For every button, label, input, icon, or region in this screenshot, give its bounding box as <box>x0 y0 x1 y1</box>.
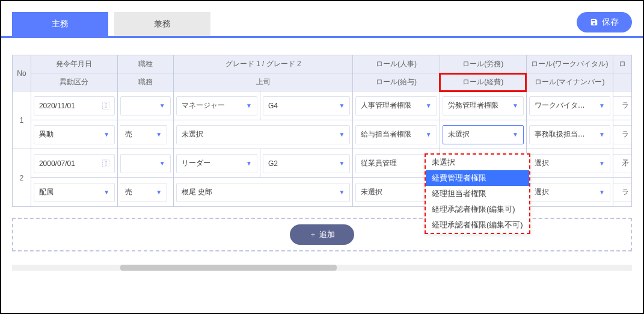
role-mynumber-select[interactable]: 選択▼ <box>529 183 610 202</box>
grade1-select-value: マネージャー <box>182 100 225 111</box>
role-salary-select-value: 給与担当者権限 <box>361 129 411 140</box>
chevron-down-icon: ▼ <box>159 160 165 167</box>
header-jobtype: 職種 <box>118 55 174 73</box>
tail-cell-top[interactable]: 矛 <box>613 154 631 173</box>
header-role-hr: ロール(人事) <box>353 55 440 73</box>
chevron-down-icon: ▼ <box>103 131 109 138</box>
role-expense-select[interactable]: 未選択▼ <box>443 125 524 144</box>
header-transfer-type: 異動区分 <box>31 73 117 91</box>
tail-cell-top[interactable]: ラ <box>613 96 631 115</box>
top-bar: 主務 兼務 保存 <box>12 12 632 36</box>
chevron-down-icon: ▼ <box>103 189 109 195</box>
date-field[interactable]: 2020/11/01🇮 <box>34 96 115 115</box>
role-salary-select[interactable]: 給与担当者権限▼ <box>355 125 437 144</box>
save-button[interactable]: 保存 <box>577 12 632 32</box>
role-workvital-select-value: ワークバイタ… <box>535 100 585 111</box>
jobduty-select[interactable]: 売▼ <box>120 125 167 144</box>
grade2-select-value: G4 <box>268 102 278 110</box>
superior-select[interactable]: 未選択▼ <box>176 125 351 144</box>
role-workvital-select-value: 選択 <box>535 158 549 168</box>
date-field-value: 2020/11/01 <box>39 102 75 110</box>
header-role-mynumber: ロール(マイナンバー) <box>526 73 613 91</box>
header-date: 発令年月日 <box>31 55 117 73</box>
superior-select[interactable]: 根尾 史郎▼ <box>176 183 351 202</box>
table-row: 配属▼売▼根尾 史郎▼未選択▼▼選択▼ラ <box>13 178 632 207</box>
grade2-select[interactable]: G2▼ <box>263 154 351 173</box>
header-role-salary: ロール(給与) <box>353 73 440 91</box>
tab-sub[interactable]: 兼務 <box>114 12 210 36</box>
grade1-select[interactable]: マネージャー▼ <box>176 96 257 115</box>
dropdown-option[interactable]: 経理承認者権限(編集不可) <box>426 217 529 233</box>
header-role-expense: ロール(経費) <box>440 73 526 91</box>
jobduty-select[interactable]: 売▼ <box>120 183 167 202</box>
tail-cell-bot[interactable]: ラ <box>613 183 631 202</box>
role-salary-select-value: 未選択 <box>361 187 382 197</box>
grade1-select-value: リーダー <box>182 158 210 168</box>
chevron-down-icon: ▼ <box>339 102 345 109</box>
tab-underline <box>1 36 643 38</box>
jobtype-select[interactable]: ▼ <box>120 154 171 173</box>
role-labor-select-value: 労務管理者権限 <box>448 100 498 111</box>
grade2-select[interactable]: G4▼ <box>263 96 351 115</box>
date-field-value: 2000/07/01 <box>39 159 75 168</box>
header-superior: 上司 <box>173 73 353 91</box>
header-tail-top: ロ <box>613 55 632 73</box>
role-labor-select[interactable]: 労務管理者権限▼ <box>443 96 524 115</box>
role-mynumber-select[interactable]: 事務取扱担当…▼ <box>529 125 610 144</box>
chevron-down-icon: ▼ <box>599 102 605 109</box>
row-no: 2 <box>13 149 31 207</box>
scrollbar-thumb[interactable] <box>120 265 337 271</box>
dropdown-option[interactable]: 経理担当者権限 <box>426 186 529 202</box>
dropdown-option[interactable]: 経理承認者権限(編集可) <box>426 202 529 217</box>
chevron-down-icon: ▼ <box>246 160 252 167</box>
role-mynumber-select-value: 事務取扱担当… <box>535 129 585 140</box>
date-field[interactable]: 2000/07/01🇮 <box>34 154 115 173</box>
transfer-type-select[interactable]: 配属▼ <box>34 183 115 202</box>
tabs: 主務 兼務 <box>12 12 210 36</box>
role-hr-select-value: 人事管理者権限 <box>361 100 411 111</box>
dropdown-option[interactable]: 未選択 <box>426 155 529 170</box>
chevron-down-icon: ▼ <box>339 131 345 138</box>
role-hr-select[interactable]: 人事管理者権限▼ <box>355 96 437 115</box>
chevron-down-icon: ▼ <box>512 131 518 138</box>
transfer-type-select-value: 異動 <box>39 129 54 140</box>
calendar-icon: 🇮 <box>102 159 109 168</box>
chevron-down-icon: ▼ <box>512 102 518 109</box>
header-jobduty: 職務 <box>118 73 174 91</box>
header-tail-bot <box>613 73 632 91</box>
jobtype-select[interactable]: ▼ <box>120 96 171 115</box>
role-expense-dropdown[interactable]: 未選択経費管理者権限経理担当者権限経理承認者権限(編集可)経理承認者権限(編集不… <box>425 153 530 234</box>
role-workvital-select[interactable]: ワークバイタ…▼ <box>529 96 610 115</box>
chevron-down-icon: ▼ <box>426 131 432 138</box>
chevron-down-icon: ▼ <box>156 131 162 138</box>
tab-main[interactable]: 主務 <box>12 12 108 36</box>
calendar-icon: 🇮 <box>102 102 109 110</box>
tail-cell-bot[interactable]: ラ <box>613 125 631 144</box>
dropdown-option[interactable]: 経費管理者権限 <box>426 170 529 186</box>
chevron-down-icon: ▼ <box>246 102 252 109</box>
chevron-down-icon: ▼ <box>339 160 345 167</box>
role-mynumber-select-value: 選択 <box>535 187 549 197</box>
save-label: 保存 <box>602 17 619 28</box>
header-role-workvital: ロール(ワークバイタル) <box>526 55 613 73</box>
horizontal-scrollbar[interactable] <box>12 265 632 271</box>
jobduty-select-value: 売 <box>125 129 132 140</box>
grade1-select[interactable]: リーダー▼ <box>176 154 257 173</box>
header-no: No <box>13 55 31 91</box>
role-workvital-select[interactable]: 選択▼ <box>529 154 610 173</box>
header-grade: グレード 1 / グレード 2 <box>173 55 353 73</box>
table-row: 12020/11/01🇮▼マネージャー▼G4▼人事管理者権限▼労務管理者権限▼ワ… <box>13 91 632 120</box>
grade2-select-value: G2 <box>268 159 278 168</box>
add-row-button[interactable]: ＋ 追加 <box>290 224 354 245</box>
chevron-down-icon: ▼ <box>339 189 345 195</box>
chevron-down-icon: ▼ <box>426 102 432 109</box>
chevron-down-icon: ▼ <box>156 189 162 195</box>
header-role-labor: ロール(労務) <box>440 55 526 73</box>
transfer-type-select[interactable]: 異動▼ <box>34 125 115 144</box>
superior-select-value: 根尾 史郎 <box>182 187 212 197</box>
jobduty-select-value: 売 <box>125 187 132 197</box>
assignment-table: No 発令年月日 職種 グレード 1 / グレード 2 ロール(人事) ロール(… <box>12 55 632 271</box>
table-row: 異動▼売▼未選択▼給与担当者権限▼未選択▼事務取扱担当…▼ラ <box>13 120 632 149</box>
chevron-down-icon: ▼ <box>599 189 605 195</box>
role-hr-select-value: 従業員管理 <box>361 158 397 168</box>
